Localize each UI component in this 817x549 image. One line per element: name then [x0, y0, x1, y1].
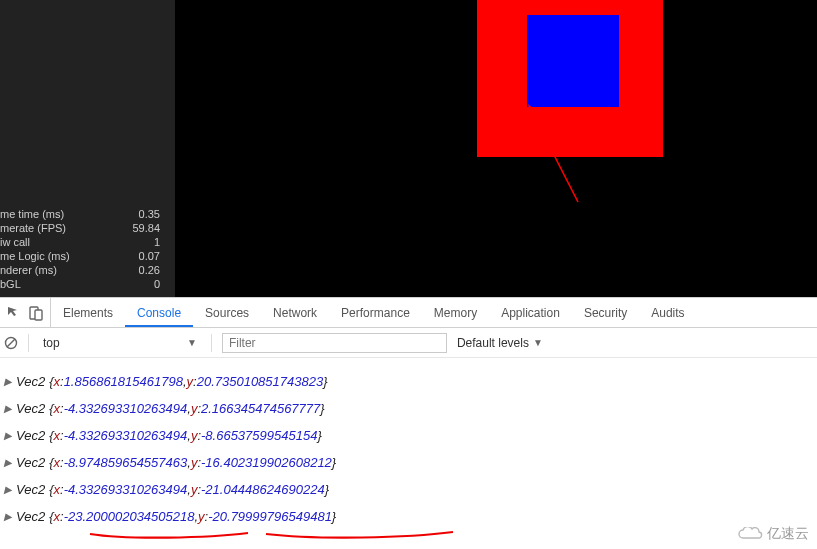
annotation-underline-icon [88, 528, 458, 542]
stat-label: me time (ms) [0, 207, 64, 221]
console-log-list[interactable]: ▶Vec2 {x: 1.856861815461798, y: 20.73501… [0, 358, 817, 544]
stat-row: iw call1 [0, 235, 168, 249]
devtools-panel: Elements Console Sources Network Perform… [0, 297, 817, 549]
execution-context-selector[interactable]: top ▼ [39, 336, 201, 350]
expander-triangle-icon[interactable]: ▶ [4, 476, 14, 503]
log-levels-label: Default levels [457, 336, 529, 350]
tab-network[interactable]: Network [261, 299, 329, 326]
console-toolbar: top ▼ Default levels ▼ [0, 328, 817, 358]
tab-security[interactable]: Security [572, 299, 639, 326]
console-filter-input[interactable] [222, 333, 447, 353]
clear-console-icon[interactable] [4, 336, 18, 350]
log-row[interactable]: ▶Vec2 {x: -8.974859654557463, y: -16.402… [4, 449, 817, 476]
expander-triangle-icon[interactable]: ▶ [4, 395, 14, 422]
stat-label: me Logic (ms) [0, 249, 70, 263]
tab-application[interactable]: Application [489, 299, 572, 326]
separator [211, 334, 212, 352]
stat-value: 1 [154, 235, 160, 249]
log-type: Vec2 [16, 449, 45, 476]
stat-label: nderer (ms) [0, 263, 57, 277]
log-row[interactable]: ▶Vec2 {x: 1.856861815461798, y: 20.73501… [4, 368, 817, 395]
log-row[interactable]: ▶Vec2 {x: -4.332693310263494, y: 2.16634… [4, 395, 817, 422]
game-preview-viewport: me time (ms)0.35 merate (FPS)59.84 iw ca… [0, 0, 817, 297]
expander-triangle-icon[interactable]: ▶ [4, 449, 14, 476]
log-type: Vec2 [16, 395, 45, 422]
stat-row: merate (FPS)59.84 [0, 221, 168, 235]
log-x: -4.332693310263494 [64, 476, 188, 503]
log-type: Vec2 [16, 422, 45, 449]
separator [28, 334, 29, 352]
stats-list: me time (ms)0.35 merate (FPS)59.84 iw ca… [0, 207, 168, 291]
stat-label: iw call [0, 235, 30, 249]
log-y: 20.735010851743823 [197, 368, 324, 395]
stat-value: 0.26 [139, 263, 160, 277]
stat-row: bGL0 [0, 277, 168, 291]
device-toggle-icon[interactable] [28, 305, 44, 321]
log-levels-selector[interactable]: Default levels ▼ [457, 336, 543, 350]
log-y: -16.402319902608212 [201, 449, 332, 476]
expander-triangle-icon[interactable]: ▶ [4, 422, 14, 449]
log-y: -21.04448624690224 [201, 476, 325, 503]
expander-triangle-icon[interactable]: ▶ [4, 503, 14, 530]
log-y: 2.166345474567777 [201, 395, 320, 422]
log-type: Vec2 [16, 368, 45, 395]
stats-overlay: me time (ms)0.35 merate (FPS)59.84 iw ca… [0, 0, 175, 297]
devtools-tab-bar: Elements Console Sources Network Perform… [0, 298, 817, 328]
watermark-label: 亿速云 [767, 525, 809, 543]
tab-sources[interactable]: Sources [193, 299, 261, 326]
svg-rect-3 [35, 310, 42, 320]
stat-value: 0.35 [139, 207, 160, 221]
chevron-down-icon: ▼ [533, 337, 543, 348]
tab-audits[interactable]: Audits [639, 299, 696, 326]
stat-value: 59.84 [132, 221, 160, 235]
select-element-icon[interactable] [6, 305, 22, 321]
svg-line-5 [7, 339, 15, 347]
watermark: 亿速云 [737, 525, 809, 543]
log-type: Vec2 [16, 476, 45, 503]
expander-triangle-icon[interactable]: ▶ [4, 368, 14, 395]
child-node-rect [527, 15, 619, 107]
log-x: -4.332693310263494 [64, 422, 188, 449]
log-x: -23.200002034505218 [64, 503, 195, 530]
tab-memory[interactable]: Memory [422, 299, 489, 326]
stat-row: me time (ms)0.35 [0, 207, 168, 221]
log-x: 1.856861815461798 [64, 368, 183, 395]
stat-row: me Logic (ms)0.07 [0, 249, 168, 263]
cloud-icon [737, 527, 763, 541]
stat-label: bGL [0, 277, 21, 291]
log-row[interactable]: ▶Vec2 {x: -4.332693310263494, y: -8.6653… [4, 422, 817, 449]
log-row-cropped [4, 360, 817, 368]
stat-value: 0.07 [139, 249, 160, 263]
devtools-toolbar-icons [0, 298, 51, 327]
log-row[interactable]: ▶Vec2 {x: -23.200002034505218, y: -20.79… [4, 503, 817, 530]
tab-console[interactable]: Console [125, 299, 193, 327]
log-row[interactable]: ▶Vec2 {x: -4.332693310263494, y: -21.044… [4, 476, 817, 503]
log-x: -8.974859654557463 [64, 449, 188, 476]
stat-row: nderer (ms)0.26 [0, 263, 168, 277]
chevron-down-icon: ▼ [187, 337, 197, 348]
tab-elements[interactable]: Elements [51, 299, 125, 326]
log-y: -20.79999796549481 [208, 503, 332, 530]
log-y: -8.66537599545154 [201, 422, 317, 449]
log-x: -4.332693310263494 [64, 395, 188, 422]
stat-value: 0 [154, 277, 160, 291]
tab-performance[interactable]: Performance [329, 299, 422, 326]
stat-label: merate (FPS) [0, 221, 66, 235]
log-type: Vec2 [16, 503, 45, 530]
execution-context-label: top [43, 336, 183, 350]
